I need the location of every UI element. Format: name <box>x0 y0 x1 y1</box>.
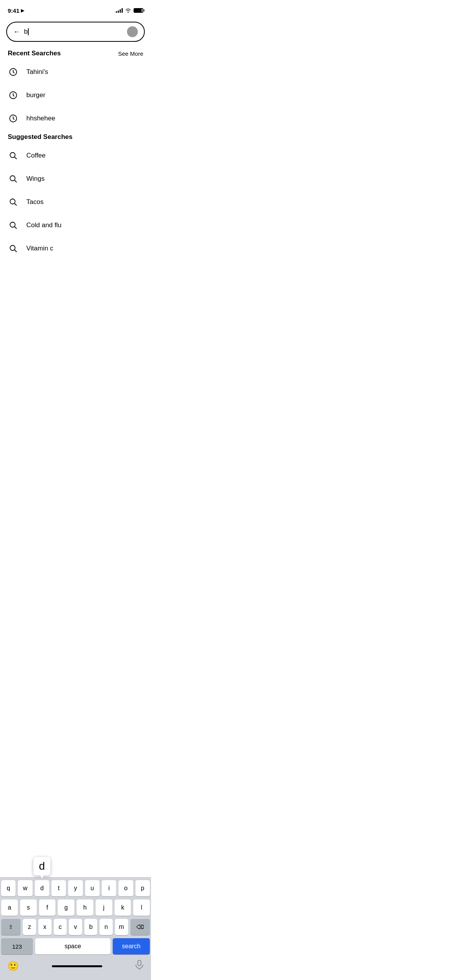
time-display: 9:41 <box>8 7 19 14</box>
clock-icon-3 <box>8 113 19 124</box>
content-area: Recent Searches See More Tahini's burger <box>0 50 151 260</box>
svg-point-5 <box>10 176 15 181</box>
status-icons <box>116 8 143 13</box>
search-bar[interactable]: ← b <box>6 22 145 42</box>
clock-icon-2 <box>8 90 19 101</box>
suggested-item-2[interactable]: Wings <box>8 167 143 190</box>
search-icon-5 <box>8 243 19 254</box>
location-icon: ▶ <box>21 8 24 13</box>
search-bar-container: ← b <box>0 19 151 46</box>
clock-icon-1 <box>8 67 19 77</box>
svg-line-6 <box>15 180 17 183</box>
see-more-button[interactable]: See More <box>118 50 143 57</box>
suggested-item-label-2: Wings <box>26 175 45 183</box>
recent-item-label-1: Tahini's <box>26 68 48 76</box>
recent-item-1[interactable]: Tahini's <box>8 60 143 84</box>
svg-point-9 <box>10 222 15 227</box>
battery-icon <box>134 8 143 13</box>
search-input[interactable]: b <box>24 28 123 36</box>
svg-point-7 <box>10 199 15 204</box>
wifi-icon <box>125 8 131 13</box>
recent-item-label-2: burger <box>26 91 45 99</box>
suggested-item-label-1: Coffee <box>26 152 46 159</box>
suggested-item-1[interactable]: Coffee <box>8 144 143 167</box>
suggested-item-label-5: Vitamin c <box>26 245 53 252</box>
svg-line-12 <box>15 250 17 252</box>
recent-item-3[interactable]: hhshehee <box>8 107 143 130</box>
svg-line-4 <box>15 157 17 159</box>
status-bar: 9:41 ▶ <box>0 0 151 19</box>
svg-line-10 <box>15 227 17 229</box>
search-dot <box>127 26 138 37</box>
suggested-searches-header: Suggested Searches <box>8 133 143 141</box>
search-icon-1 <box>8 150 19 161</box>
search-icon-3 <box>8 197 19 207</box>
recent-item-2[interactable]: burger <box>8 84 143 107</box>
recent-item-label-3: hhshehee <box>26 115 55 122</box>
svg-point-11 <box>10 245 15 250</box>
signal-bars-icon <box>116 8 123 13</box>
suggested-item-label-4: Cold and flu <box>26 221 62 229</box>
back-button[interactable]: ← <box>13 28 20 36</box>
suggested-searches-title: Suggested Searches <box>8 133 72 141</box>
status-time: 9:41 ▶ <box>8 7 24 14</box>
search-icon-4 <box>8 220 19 231</box>
suggested-item-label-3: Tacos <box>26 198 43 206</box>
suggested-item-4[interactable]: Cold and flu <box>8 214 143 237</box>
recent-searches-title: Recent Searches <box>8 50 61 57</box>
search-icon-2 <box>8 173 19 184</box>
suggested-item-5[interactable]: Vitamin c <box>8 237 143 260</box>
svg-line-8 <box>15 204 17 206</box>
svg-point-3 <box>10 152 15 158</box>
search-value: b <box>24 28 27 36</box>
recent-searches-header: Recent Searches See More <box>8 50 143 57</box>
suggested-item-3[interactable]: Tacos <box>8 190 143 214</box>
cursor <box>28 28 29 35</box>
